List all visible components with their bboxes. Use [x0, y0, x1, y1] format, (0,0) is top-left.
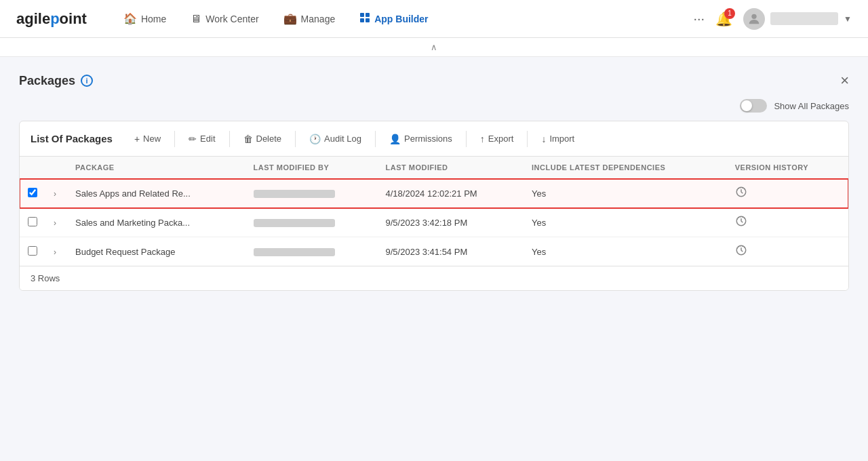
row-checkbox-cell-2[interactable]	[20, 237, 45, 266]
row-history-1[interactable]	[727, 208, 848, 237]
divider-6	[527, 131, 528, 147]
svg-rect-3	[366, 18, 370, 22]
more-icon[interactable]: ···	[693, 11, 705, 26]
row-count: 3 Rows	[20, 266, 848, 290]
home-icon: 🏠	[123, 12, 137, 25]
row-dependencies-2: Yes	[524, 237, 727, 266]
clock-icon: 🕐	[309, 134, 321, 144]
row-dependencies-0: Yes	[524, 179, 727, 208]
header-checkbox-col	[20, 157, 45, 179]
user-menu[interactable]: ▼	[743, 8, 852, 30]
expand-icon-1[interactable]: ›	[54, 218, 56, 228]
row-modified-date-0: 4/18/2024 12:02:21 PM	[378, 179, 524, 208]
row-package-2: Budget Request Package	[67, 237, 245, 266]
row-modified-by-2	[245, 237, 378, 266]
permissions-label: Permissions	[404, 134, 452, 144]
audit-log-button[interactable]: 🕐 Audit Log	[301, 129, 370, 148]
table-row[interactable]: › Sales and Marketing Packa... 9/5/2023 …	[20, 208, 848, 237]
chevron-down-icon[interactable]: ▼	[844, 14, 852, 24]
import-button[interactable]: ↓ Import	[533, 129, 583, 148]
table-row[interactable]: › Sales Apps and Related Re... 4/18/2024…	[20, 179, 848, 208]
svg-point-4	[751, 14, 756, 18]
permissions-button[interactable]: 👤 Permissions	[381, 129, 460, 148]
import-label: Import	[549, 134, 574, 144]
row-modified-by-0	[245, 179, 378, 208]
expand-icon-0[interactable]: ›	[54, 189, 56, 199]
new-label: New	[143, 134, 161, 144]
row-modified-date-2: 9/5/2023 3:41:54 PM	[378, 237, 524, 266]
user-icon: 👤	[389, 134, 401, 144]
history-icon-1[interactable]	[735, 218, 747, 229]
header-expand-col	[45, 157, 67, 179]
row-expand-cell-1[interactable]: ›	[45, 208, 67, 237]
row-checkbox-cell-0[interactable]	[20, 179, 45, 208]
show-all-packages-label: Show All Packages	[774, 101, 849, 111]
trash-icon: 🗑	[243, 134, 253, 144]
table-row[interactable]: › Budget Request Package 9/5/2023 3:41:5…	[20, 237, 848, 266]
main-content: Packages i × Show All Packages List Of P…	[0, 57, 868, 307]
export-button[interactable]: ↑ Export	[472, 129, 522, 148]
row-modified-date-1: 9/5/2023 3:42:18 PM	[378, 208, 524, 237]
briefcase-icon: 💼	[283, 12, 297, 25]
row-history-0[interactable]	[727, 179, 848, 208]
nav-item-work-center[interactable]: 🖥 Work Center	[181, 7, 268, 31]
history-icon-0[interactable]	[735, 188, 747, 200]
user-name	[770, 12, 838, 25]
row-expand-cell-2[interactable]: ›	[45, 237, 67, 266]
new-button[interactable]: + New	[126, 129, 169, 148]
nav-links: 🏠 Home 🖥 Work Center 💼 Manage App Builde…	[114, 7, 694, 31]
nav-label-app-builder: App Builder	[374, 14, 428, 24]
close-button[interactable]: ×	[840, 73, 849, 88]
header-package: Package	[67, 157, 245, 179]
redacted-user-0	[254, 190, 335, 198]
expand-icon-2[interactable]: ›	[54, 247, 56, 257]
delete-label: Delete	[256, 134, 282, 144]
header-last-modified-by: Last Modified By	[245, 157, 378, 179]
notification-bell[interactable]: 🔔 1	[715, 11, 732, 27]
show-all-packages-toggle[interactable]	[740, 99, 767, 113]
row-modified-by-1	[245, 208, 378, 237]
row-expand-cell-0[interactable]: ›	[45, 179, 67, 208]
history-icon-2[interactable]	[735, 247, 747, 258]
divider-3	[295, 131, 296, 147]
nav-item-app-builder[interactable]: App Builder	[350, 7, 437, 31]
edit-button[interactable]: ✏ Edit	[180, 129, 223, 148]
row-dependencies-1: Yes	[524, 208, 727, 237]
audit-log-label: Audit Log	[324, 134, 361, 144]
page-title: Packages	[19, 74, 75, 88]
row-checkbox-1[interactable]	[28, 217, 37, 226]
nav-label-home: Home	[141, 14, 166, 24]
row-history-2[interactable]	[727, 237, 848, 266]
row-checkbox-0[interactable]	[28, 188, 37, 197]
monitor-icon: 🖥	[191, 13, 201, 25]
row-package-0: Sales Apps and Related Re...	[67, 179, 245, 208]
nav-label-manage: Manage	[301, 14, 336, 24]
toggle-thumb	[741, 100, 752, 111]
row-checkbox-2[interactable]	[28, 246, 37, 256]
collapse-bar[interactable]: ∧	[0, 38, 868, 57]
plus-icon: +	[134, 134, 140, 144]
svg-rect-1	[366, 13, 370, 17]
divider-4	[375, 131, 376, 147]
delete-button[interactable]: 🗑 Delete	[235, 129, 290, 148]
export-icon: ↑	[480, 134, 485, 144]
logo-text: agilepoint	[16, 10, 87, 28]
info-icon[interactable]: i	[81, 75, 93, 87]
row-package-1: Sales and Marketing Packa...	[67, 208, 245, 237]
toolbar: List Of Packages + New ✏ Edit 🗑 Delete 🕐…	[20, 121, 848, 157]
toggle-row: Show All Packages	[19, 99, 849, 113]
logo[interactable]: agilepoint	[16, 10, 87, 28]
avatar	[743, 8, 765, 30]
svg-rect-0	[360, 13, 364, 17]
panel-header: Packages i ×	[19, 73, 849, 88]
nav-item-manage[interactable]: 💼 Manage	[274, 7, 345, 31]
header-version-history: Version History	[727, 157, 848, 179]
redacted-user-2	[254, 248, 335, 256]
divider-5	[466, 131, 467, 147]
row-checkbox-cell-1[interactable]	[20, 208, 45, 237]
nav-item-home[interactable]: 🏠 Home	[114, 7, 176, 31]
notification-badge: 1	[724, 8, 735, 19]
grid-icon	[359, 12, 370, 26]
nav-right: ··· 🔔 1 ▼	[693, 8, 852, 30]
import-icon: ↓	[541, 134, 546, 144]
